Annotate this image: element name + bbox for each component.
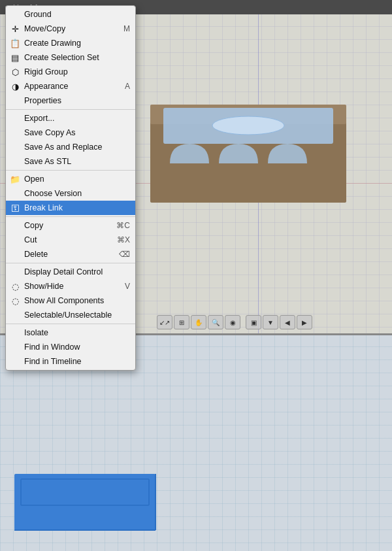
cut-shortcut: ⌘X xyxy=(117,235,130,244)
context-menu: Ground✛Move/CopyM📋Create Drawing▤Create … xyxy=(5,5,136,371)
toolbar-view1[interactable]: ▣ xyxy=(246,315,261,329)
show-hide-label: Show/Hide xyxy=(24,282,63,291)
menu-item-properties[interactable]: Properties xyxy=(6,93,135,108)
menu-separator xyxy=(6,263,135,263)
toolbar-navigate[interactable]: ↙↗ xyxy=(157,315,172,329)
menu-item-export[interactable]: Export... xyxy=(6,111,135,125)
save-as-replace-label: Save As and Replace xyxy=(24,142,103,152)
menu-item-find-timeline[interactable]: Find in Timeline xyxy=(6,354,135,369)
copy-label: Copy xyxy=(24,221,43,230)
menu-item-find-window[interactable]: Find in Window xyxy=(6,340,135,354)
menu-item-save-copy-as[interactable]: Save Copy As xyxy=(6,125,135,140)
rigid-group-icon: ⬡ xyxy=(10,67,20,77)
toolbar-zoom[interactable]: 🔍 xyxy=(208,315,223,329)
toolbar-view4[interactable]: ▶ xyxy=(297,315,312,329)
break-link-icon: ⚿ xyxy=(10,203,20,213)
menu-item-selectable[interactable]: Selectable/Unselectable xyxy=(6,308,135,322)
toolbar-view3[interactable]: ◀ xyxy=(280,315,295,329)
svg-rect-4 xyxy=(14,474,155,530)
save-copy-as-label: Save Copy As xyxy=(24,128,76,137)
menu-item-show-hide[interactable]: ◌Show/HideV xyxy=(6,279,135,293)
menu-item-move-copy[interactable]: ✛Move/CopyM xyxy=(6,22,135,36)
menu-item-save-as-replace[interactable]: Save As and Replace xyxy=(6,140,135,154)
move-copy-label: Move/Copy xyxy=(24,24,65,33)
menu-item-cut[interactable]: Cut⌘X xyxy=(6,233,135,247)
menu-item-isolate[interactable]: Isolate xyxy=(6,326,135,340)
show-hide-shortcut: V xyxy=(125,282,130,291)
create-drawing-label: Create Drawing xyxy=(24,39,81,48)
show-all-label: Show All Components xyxy=(24,296,104,305)
menu-item-rigid-group[interactable]: ⬡Rigid Group xyxy=(6,65,135,79)
find-window-label: Find in Window xyxy=(24,342,80,352)
selectable-label: Selectable/Unselectable xyxy=(24,310,112,320)
cut-label: Cut xyxy=(24,235,37,244)
menu-item-create-drawing[interactable]: 📋Create Drawing xyxy=(6,36,135,50)
show-all-icon: ◌ xyxy=(10,295,20,306)
open-icon: 📁 xyxy=(10,174,20,184)
appearance-shortcut: A xyxy=(125,82,130,91)
toolbar-grid[interactable]: ⊞ xyxy=(174,315,189,329)
3d-object xyxy=(144,78,353,209)
create-selection-set-icon: ▤ xyxy=(10,52,20,63)
isolate-label: Isolate xyxy=(24,328,48,337)
create-selection-set-label: Create Selection Set xyxy=(24,53,99,62)
ground-label: Ground xyxy=(24,10,52,19)
create-drawing-icon: 📋 xyxy=(10,38,20,48)
menu-separator xyxy=(6,170,135,171)
break-link-label: Break Link xyxy=(24,203,63,212)
open-label: Open xyxy=(24,175,44,184)
choose-version-label: Choose Version xyxy=(24,189,82,198)
viewport-toolbar: ↙↗ ⊞ ✋ 🔍 ◉ ▣ ▼ ◀ ▶ xyxy=(157,315,312,329)
menu-separator xyxy=(6,216,135,217)
delete-label: Delete xyxy=(24,250,48,259)
menu-item-choose-version[interactable]: Choose Version xyxy=(6,186,135,201)
svg-point-3 xyxy=(212,116,284,135)
menu-separator xyxy=(6,109,135,110)
menu-item-open[interactable]: 📁Open xyxy=(6,172,135,186)
menu-item-break-link[interactable]: ⚿Break Link xyxy=(6,201,135,215)
toolbar-pan[interactable]: ✋ xyxy=(191,315,206,329)
copy-shortcut: ⌘C xyxy=(116,221,130,230)
appearance-label: Appearance xyxy=(24,82,68,91)
menu-item-show-all[interactable]: ◌Show All Components xyxy=(6,293,135,308)
display-detail-label: Display Detail Control xyxy=(24,267,103,276)
menu-item-create-selection-set[interactable]: ▤Create Selection Set xyxy=(6,50,135,65)
find-timeline-label: Find in Timeline xyxy=(24,357,82,366)
rigid-group-label: Rigid Group xyxy=(24,67,68,76)
menu-item-save-as-stl[interactable]: Save As STL xyxy=(6,154,135,169)
blue-object xyxy=(13,473,157,531)
toolbar-view2[interactable]: ▼ xyxy=(263,315,278,329)
menu-item-copy[interactable]: Copy⌘C xyxy=(6,218,135,233)
appearance-icon: ◑ xyxy=(10,81,20,92)
menu-item-delete[interactable]: Delete⌫ xyxy=(6,247,135,261)
export-label: Export... xyxy=(24,114,55,123)
menu-item-ground[interactable]: Ground xyxy=(6,7,135,22)
menu-separator xyxy=(6,324,135,324)
move-copy-icon: ✛ xyxy=(10,24,20,34)
move-copy-shortcut: M xyxy=(123,24,130,33)
toolbar-orbit[interactable]: ◉ xyxy=(225,315,240,329)
properties-label: Properties xyxy=(24,96,61,105)
menu-item-appearance[interactable]: ◑AppearanceA xyxy=(6,79,135,93)
delete-shortcut: ⌫ xyxy=(119,250,130,259)
show-hide-icon: ◌ xyxy=(10,281,20,292)
menu-item-display-detail[interactable]: Display Detail Control xyxy=(6,265,135,279)
save-as-stl-label: Save As STL xyxy=(24,157,71,166)
